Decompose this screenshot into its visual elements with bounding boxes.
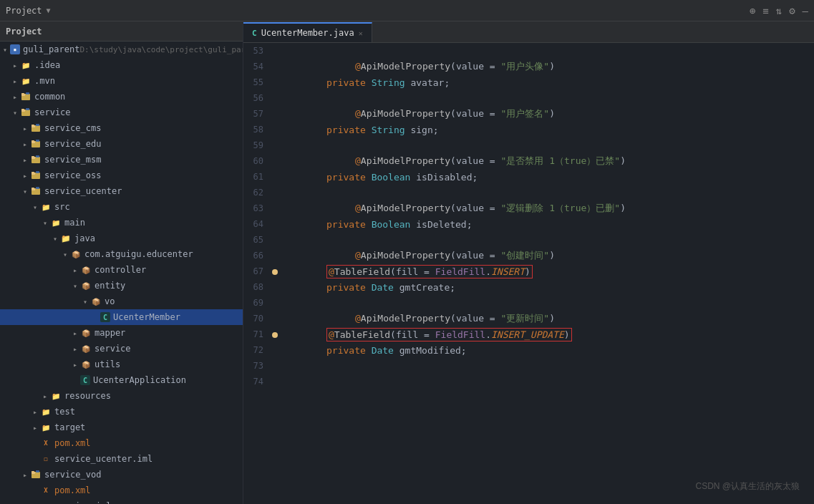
line-code[interactable] [284,374,814,389]
settings-icon[interactable]: ⚙ [789,5,795,16]
tree-item-entity[interactable]: ▾ 📦 entity [0,278,243,294]
semicolon: ; [450,282,455,293]
at-sign: @ [355,108,361,119]
line-code[interactable] [284,137,814,153]
list-icon[interactable]: ≡ [762,5,768,16]
tree-item-service_edu[interactable]: ▸ service_edu [0,136,243,152]
tree-item-service_ucenter[interactable]: ▾ service_ucenter [0,183,243,199]
tree-item-service_oss[interactable]: ▸ service_oss [0,168,243,183]
tree-item-target[interactable]: ▸ 📁 target [0,420,243,435]
tree-item-service[interactable]: ▾ service [0,105,243,120]
line-code[interactable]: @ApiModelProperty(value = "用户签名") [284,106,814,122]
arrow-collapsed: ▸ [40,392,50,400]
line-code[interactable] [284,232,814,248]
folder-icon: 📁 [40,406,52,417]
tree-item-service_iml[interactable]: ◻ service.iml [0,498,243,504]
field-name: gmtCreate [399,282,450,293]
main-layout: Project ▾ ▪ guli_parent D:\study\java\co… [0,21,814,504]
paren-open: (value = [450,203,500,213]
line-code[interactable]: @ApiModelProperty(value = "创建时间") [284,248,814,263]
tree-item-pom_ucenter[interactable]: X pom.xml [0,435,243,451]
arrow-expanded: ▾ [10,109,20,117]
line-code[interactable]: @ApiModelProperty(value = "用户头像") [284,59,814,74]
sort-icon[interactable]: ⇅ [776,5,782,16]
line-code[interactable] [284,358,814,374]
tree-item-label: pom.xml [54,485,91,495]
tree-item-UcenterMember[interactable]: C UcenterMember [0,309,243,325]
module-folder-icon [30,185,42,197]
line-gutter [272,216,284,232]
module-folder-icon [30,122,42,134]
tree-item-mvn[interactable]: ▸ 📁 .mvn [0,73,243,89]
ann-name: ApiModelProperty [361,155,450,166]
tree-item-service_msm[interactable]: ▸ service_msm [0,152,243,168]
field-type: Boolean [372,172,411,183]
tree-item-java[interactable]: ▾ 📁 java [0,231,243,246]
tree-item-service_vod[interactable]: ▸ service_vod [0,467,243,483]
code-line-55: 55private String avatar; [243,74,814,90]
tree-item-service2[interactable]: ▸ 📦 service [0,341,243,357]
tree-item-resources[interactable]: ▸ 📁 resources [0,388,243,404]
minimize-icon[interactable]: — [803,5,808,16]
add-icon[interactable]: ⊕ [750,5,755,16]
code-area[interactable]: 53 54@ApiModelProperty(value = "用户头像")55… [243,43,814,504]
line-code[interactable] [284,43,814,59]
tree-item-label: service [34,107,71,117]
iml-icon: ◻ [40,453,52,465]
tree-item-src[interactable]: ▾ 📁 src [0,199,243,215]
line-code[interactable]: @ApiModelProperty(value = "逻辑删除 1（true）已… [284,200,814,216]
svg-rect-10 [32,125,34,126]
code-line-73: 73 [243,358,814,374]
line-number: 61 [243,169,272,185]
tree-item-utils[interactable]: ▸ 📦 utils [0,357,243,372]
tree-item-common[interactable]: ▸ common [0,89,243,105]
dropdown-arrow[interactable]: ▼ [47,6,51,14]
line-gutter [272,122,284,137]
tree-item-com_atguigu[interactable]: ▾ 📦 com.atguigu.educenter [0,246,243,262]
line-code[interactable]: private Date gmtModified; [284,342,814,358]
sidebar[interactable]: Project ▾ ▪ guli_parent D:\study\java\co… [0,21,243,504]
field-name: avatar [410,77,444,88]
line-code[interactable] [284,295,814,311]
tree-item-label: vo [105,296,115,306]
tree-item-idea[interactable]: ▸ 📁 .idea [0,57,243,73]
tab-close-icon[interactable]: ✕ [359,29,363,37]
tab-bar: C UcenterMember.java ✕ [243,21,814,43]
tree-item-guli_parent[interactable]: ▾ ▪ guli_parent D:\study\java\code\proje… [0,42,243,57]
line-code[interactable]: private Boolean isDisabled; [284,169,814,185]
line-code[interactable]: @TableField(fill = FieldFill.INSERT) [284,263,814,279]
private-kw: private [326,77,366,88]
tree-item-label: service.iml [54,501,111,504]
tree-item-controller[interactable]: ▸ 📦 controller [0,262,243,278]
tree-item-label: target [54,422,85,432]
paren-open: (value = [450,313,500,324]
tree-item-label: service_ucenter [44,186,122,196]
tree-item-pom_vod[interactable]: X pom.xml [0,483,243,498]
line-code[interactable]: private String avatar; [284,74,814,90]
line-code[interactable] [284,90,814,106]
tree-item-vo[interactable]: ▾ 📦 vo [0,294,243,309]
tree-item-main[interactable]: ▾ 📁 main [0,215,243,231]
tree-item-UcenterApplication[interactable]: C UcenterApplication [0,372,243,388]
line-number: 72 [243,342,272,358]
xml-icon: X [40,437,52,449]
private-kw: private [326,219,366,230]
tree-item-test[interactable]: ▸ 📁 test [0,404,243,420]
line-code[interactable]: @ApiModelProperty(value = "更新时间") [284,311,814,326]
svg-rect-27 [36,187,39,189]
line-code[interactable]: @ApiModelProperty(value = "是否禁用 1（true）已… [284,153,814,169]
line-code[interactable]: private Date gmtCreate; [284,279,814,295]
tab-ucenter-member[interactable]: C UcenterMember.java ✕ [243,22,372,42]
line-code[interactable]: private Boolean isDeleted; [284,216,814,232]
line-gutter [272,374,284,389]
tree-item-label: service [95,344,131,354]
line-code[interactable] [284,185,814,200]
tree-item-service_ucenter_iml[interactable]: ◻ service_ucenter.iml [0,451,243,467]
line-code[interactable]: @TableField(fill = FieldFill.INSERT_UPDA… [284,326,814,342]
package-icon: 📦 [80,280,92,291]
tree-item-label: controller [95,265,146,275]
line-code[interactable]: private String sign; [284,122,814,137]
tree-item-mapper[interactable]: ▸ 📦 mapper [0,325,243,341]
tree-item-service_cms[interactable]: ▸ service_cms [0,120,243,136]
line-number: 63 [243,200,272,216]
